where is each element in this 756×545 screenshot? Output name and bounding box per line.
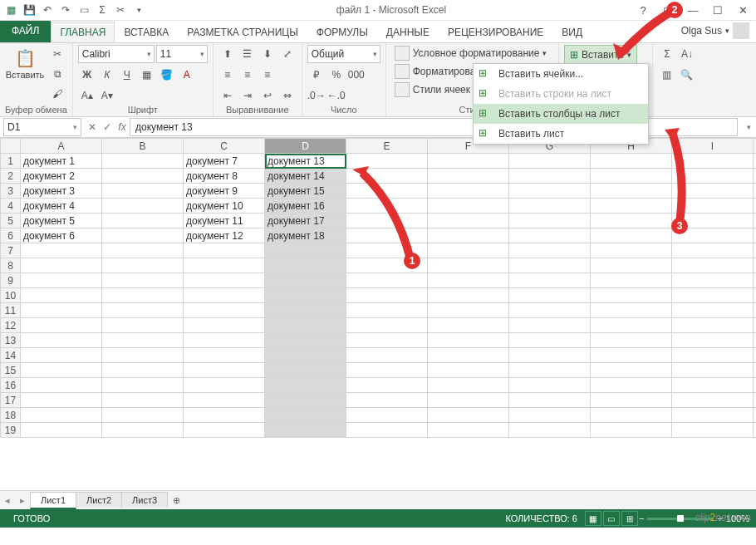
insert-split-button[interactable]: ⊞ Вставить ▾ bbox=[564, 45, 637, 65]
user-account[interactable]: Olga Sus ▾ bbox=[675, 19, 756, 42]
cell-B6[interactable] bbox=[102, 228, 184, 243]
cell-H17[interactable] bbox=[591, 393, 672, 408]
cell-F19[interactable] bbox=[428, 423, 509, 438]
cell-F2[interactable] bbox=[428, 169, 509, 184]
cell-D14[interactable] bbox=[265, 348, 346, 363]
cell-D3[interactable]: документ 15 bbox=[265, 184, 346, 199]
ribbon-tab-вставка[interactable]: ВСТАВКА bbox=[115, 22, 178, 42]
cell-D12[interactable] bbox=[265, 318, 346, 333]
minimize-icon[interactable]: ― bbox=[683, 4, 703, 17]
cancel-icon[interactable]: ✕ bbox=[85, 121, 100, 133]
cell-D6[interactable]: документ 18 bbox=[265, 228, 346, 243]
cell-C2[interactable]: документ 8 bbox=[184, 169, 265, 184]
save-icon[interactable]: 💾 bbox=[22, 2, 37, 17]
cell-I9[interactable] bbox=[672, 273, 754, 288]
autosum-button[interactable]: Σ bbox=[658, 45, 676, 63]
cell-I2[interactable] bbox=[672, 169, 754, 184]
cell-D17[interactable] bbox=[265, 393, 346, 408]
cell-F12[interactable] bbox=[428, 318, 509, 333]
cell-E9[interactable] bbox=[346, 273, 428, 288]
cell-E11[interactable] bbox=[346, 303, 428, 318]
currency-button[interactable]: ₽ bbox=[307, 66, 326, 84]
cell-J13[interactable] bbox=[754, 333, 757, 348]
column-header-D[interactable]: D bbox=[265, 139, 346, 154]
name-box[interactable]: D1 bbox=[3, 118, 81, 136]
cell-D19[interactable] bbox=[265, 423, 346, 438]
menu-item[interactable]: ⊞Вставить лист bbox=[474, 124, 648, 144]
cell-J17[interactable] bbox=[754, 393, 757, 408]
cell-D4[interactable]: документ 16 bbox=[265, 199, 346, 214]
cell-I8[interactable] bbox=[672, 258, 754, 273]
cell-G2[interactable] bbox=[509, 169, 591, 184]
cell-styles-button[interactable]: Стили ячеек▾ bbox=[391, 81, 481, 98]
cell-I17[interactable] bbox=[672, 393, 754, 408]
fill-button[interactable]: ▥ bbox=[658, 66, 676, 84]
align-left-button[interactable]: ≡ bbox=[218, 66, 237, 84]
cell-F5[interactable] bbox=[428, 214, 509, 228]
cell-I19[interactable] bbox=[672, 423, 754, 438]
cell-H16[interactable] bbox=[591, 378, 672, 393]
cell-H4[interactable] bbox=[591, 199, 672, 214]
percent-button[interactable]: % bbox=[327, 66, 346, 84]
cell-A4[interactable]: документ 4 bbox=[21, 199, 102, 214]
menu-item[interactable]: ⊞Вставить столбцы на лист bbox=[474, 104, 648, 124]
shrink-font-button[interactable]: A▾ bbox=[98, 86, 116, 105]
ribbon-tab-данные[interactable]: ДАННЫЕ bbox=[377, 22, 439, 42]
cell-A12[interactable] bbox=[21, 318, 102, 333]
cell-E19[interactable] bbox=[346, 423, 428, 438]
cell-B8[interactable] bbox=[102, 258, 184, 273]
cell-H2[interactable] bbox=[591, 169, 672, 184]
menu-item[interactable]: ⊞Вставить ячейки... bbox=[474, 64, 648, 84]
view-normal-button[interactable]: ▦ bbox=[585, 511, 601, 526]
bold-button[interactable]: Ж bbox=[78, 66, 96, 84]
cell-J6[interactable] bbox=[754, 228, 757, 243]
cell-H10[interactable] bbox=[591, 288, 672, 303]
cell-F18[interactable] bbox=[428, 408, 509, 423]
cell-C14[interactable] bbox=[184, 348, 265, 363]
cell-I15[interactable] bbox=[672, 363, 754, 378]
maximize-icon[interactable]: ☐ bbox=[708, 4, 728, 17]
cell-E13[interactable] bbox=[346, 333, 428, 348]
cell-A11[interactable] bbox=[21, 303, 102, 318]
row-header-7[interactable]: 7 bbox=[1, 243, 21, 258]
row-header-15[interactable]: 15 bbox=[1, 363, 21, 378]
cut-icon[interactable]: ✂ bbox=[113, 2, 128, 17]
close-icon[interactable]: ✕ bbox=[733, 4, 753, 17]
column-header-C[interactable]: C bbox=[184, 139, 265, 154]
cut-button[interactable]: ✂ bbox=[48, 45, 66, 63]
cell-F11[interactable] bbox=[428, 303, 509, 318]
cell-C5[interactable]: документ 11 bbox=[184, 214, 265, 228]
number-format-combo[interactable]: Общий bbox=[307, 45, 380, 63]
cell-H8[interactable] bbox=[591, 258, 672, 273]
cell-G11[interactable] bbox=[509, 303, 591, 318]
font-size-combo[interactable]: 11 bbox=[156, 45, 208, 63]
cell-B7[interactable] bbox=[102, 243, 184, 258]
cell-G12[interactable] bbox=[509, 318, 591, 333]
cell-G3[interactable] bbox=[509, 184, 591, 199]
cell-G1[interactable] bbox=[509, 154, 591, 169]
cell-C10[interactable] bbox=[184, 288, 265, 303]
font-color-button[interactable]: A bbox=[178, 66, 196, 84]
cell-B17[interactable] bbox=[102, 393, 184, 408]
cell-F1[interactable] bbox=[428, 154, 509, 169]
cell-B1[interactable] bbox=[102, 154, 184, 169]
cell-B18[interactable] bbox=[102, 408, 184, 423]
cell-B4[interactable] bbox=[102, 199, 184, 214]
cell-B12[interactable] bbox=[102, 318, 184, 333]
cell-A15[interactable] bbox=[21, 363, 102, 378]
new-icon[interactable]: ▭ bbox=[76, 2, 91, 17]
help-icon[interactable]: ? bbox=[633, 4, 653, 17]
cell-I11[interactable] bbox=[672, 303, 754, 318]
cell-B9[interactable] bbox=[102, 273, 184, 288]
file-tab[interactable]: ФАЙЛ bbox=[0, 21, 51, 42]
cell-J2[interactable] bbox=[754, 169, 757, 184]
cell-C1[interactable]: документ 7 bbox=[184, 154, 265, 169]
cell-E16[interactable] bbox=[346, 378, 428, 393]
cell-C12[interactable] bbox=[184, 318, 265, 333]
orientation-button[interactable]: ⤢ bbox=[278, 45, 297, 63]
sheet-tab[interactable]: Лист2 bbox=[76, 492, 122, 508]
cell-C9[interactable] bbox=[184, 273, 265, 288]
cell-H19[interactable] bbox=[591, 423, 672, 438]
cell-I12[interactable] bbox=[672, 318, 754, 333]
sum-icon[interactable]: Σ bbox=[95, 2, 110, 17]
